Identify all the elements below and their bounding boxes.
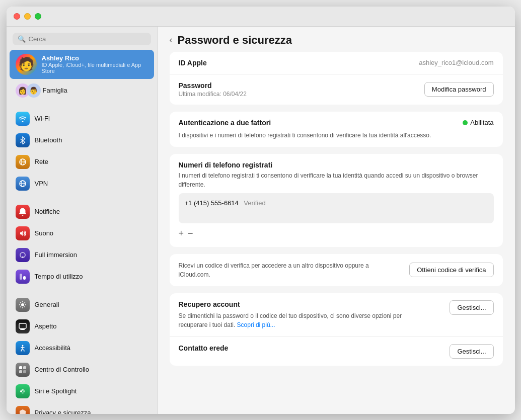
password-row-left: Password Ultima modifica: 06/04/22 xyxy=(179,81,247,98)
siri-icon xyxy=(16,384,30,398)
ottieni-codice-button[interactable]: Ottieni codice di verifica xyxy=(409,263,493,277)
sidebar-item-label-aspetto: Aspetto xyxy=(35,322,57,330)
verify-description: Ricevi un codice di verifica per acceder… xyxy=(179,261,370,279)
svg-point-20 xyxy=(22,389,24,391)
sidebar-item-generali[interactable]: Generali xyxy=(10,294,154,315)
sidebar: 🔍 🧑 Ashley Rico ID Apple, iCloud+, file … xyxy=(7,27,158,414)
enabled-badge: Abilitata xyxy=(463,119,493,126)
svg-point-14 xyxy=(22,345,23,346)
search-input[interactable] xyxy=(29,35,146,43)
phone-list-area: +1 (415) 555-6614 Verified xyxy=(179,193,494,223)
back-button[interactable]: ‹ xyxy=(170,35,173,45)
sidebar-item-label-privacy: Privacy e sicurezza xyxy=(35,409,91,414)
contatto-erede-title: Contatto erede xyxy=(179,344,229,352)
recovery-title: Recupero account xyxy=(179,300,430,308)
enabled-dot xyxy=(463,120,468,125)
search-bar[interactable]: 🔍 xyxy=(13,33,151,45)
user-text: Ashley Rico ID Apple, iCloud+, file mult… xyxy=(42,54,148,74)
main-window: 🔍 🧑 Ashley Rico ID Apple, iCloud+, file … xyxy=(7,7,515,414)
bluetooth-icon xyxy=(16,133,30,147)
remove-phone-button[interactable]: − xyxy=(188,227,197,240)
sidebar-item-bluetooth[interactable]: Bluetooth xyxy=(10,130,154,151)
centrocontrollo-icon xyxy=(16,363,30,377)
sidebar-group-system: Generali Aspetto xyxy=(7,294,157,414)
sidebar-item-aspetto[interactable]: Aspetto xyxy=(10,316,154,337)
search-icon: 🔍 xyxy=(18,35,26,43)
phone-card-description: I numeri di telefono registrati ti conse… xyxy=(179,171,494,189)
gestisci-contatto-button[interactable]: Gestisci... xyxy=(450,344,493,359)
sidebar-item-rete[interactable]: Rete xyxy=(10,151,154,173)
sidebar-item-accessibilita[interactable]: Accessibilità xyxy=(10,338,154,359)
time-icon xyxy=(16,270,30,284)
sidebar-item-label-famiglia: Famiglia xyxy=(43,87,67,94)
sidebar-group-network: Wi-Fi Bluetooth xyxy=(7,108,157,195)
svg-point-22 xyxy=(22,392,24,394)
recovery-row-left: Recupero account Se dimentichi la passwo… xyxy=(179,300,430,329)
recovery-row: Recupero account Se dimentichi la passwo… xyxy=(170,293,503,337)
sidebar-item-label-tempoutilizzo: Tempo di utilizzo xyxy=(35,273,83,280)
sidebar-item-label-vpn: VPN xyxy=(35,180,48,187)
back-chevron-icon: ‹ xyxy=(170,35,173,45)
phone-numbers-card: Numeri di telefono registrati I numeri d… xyxy=(170,154,503,247)
famiglia-avatar-2: 👨 xyxy=(27,83,41,98)
accessibilita-icon xyxy=(16,341,30,355)
minimize-button[interactable] xyxy=(24,13,31,20)
maximize-button[interactable] xyxy=(35,13,41,20)
sidebar-item-centrocontrollo[interactable]: Centro di Controllo xyxy=(10,359,154,380)
generali-icon xyxy=(16,298,30,312)
apple-id-label: ID Apple xyxy=(179,59,207,67)
vpn-icon xyxy=(16,177,30,191)
sidebar-item-siri[interactable]: Siri e Spotlight xyxy=(10,381,154,402)
recovery-description: Se dimentichi la password o il codice de… xyxy=(179,311,430,329)
sidebar-item-fullimmersion[interactable]: Full immersion xyxy=(10,244,154,266)
sidebar-item-label-generali: Generali xyxy=(35,301,59,308)
phone-card-header: Numeri di telefono registrati I numeri d… xyxy=(170,154,503,193)
twofactor-card: Autenticazione a due fattori Abilitata I… xyxy=(170,112,503,147)
sidebar-item-vpn[interactable]: VPN xyxy=(10,173,154,194)
phone-number: +1 (415) 555-6614 xyxy=(185,199,239,207)
phone-actions: + − xyxy=(170,223,503,247)
sidebar-item-label-suono: Suono xyxy=(35,229,54,237)
sidebar-item-suono[interactable]: Suono xyxy=(10,223,154,244)
sidebar-item-label-centrocontrollo: Centro di Controllo xyxy=(35,366,89,373)
svg-rect-18 xyxy=(23,370,26,373)
add-phone-button[interactable]: + xyxy=(179,227,188,240)
wifi-icon xyxy=(16,112,30,126)
titlebar xyxy=(7,7,515,27)
suono-icon xyxy=(16,226,30,240)
sidebar-item-privacy[interactable]: Privacy e sicurezza xyxy=(10,402,154,414)
svg-line-1 xyxy=(20,140,22,142)
content-header: ‹ Password e sicurezza xyxy=(158,27,515,52)
apple-id-password-card: ID Apple ashley_rico1@icloud.com Passwor… xyxy=(170,52,503,105)
main-content: 🔍 🧑 Ashley Rico ID Apple, iCloud+, file … xyxy=(7,27,515,414)
svg-point-19 xyxy=(20,390,22,392)
sidebar-group-notifications: Notifiche Suono xyxy=(7,201,157,288)
close-button[interactable] xyxy=(14,13,20,20)
aspetto-icon xyxy=(16,319,30,333)
twofactor-description: I dispositivi e i numeri di telefono reg… xyxy=(179,131,494,140)
sidebar-item-label-wifi: Wi-Fi xyxy=(35,115,50,122)
twofactor-title: Autenticazione a due fattori xyxy=(179,119,271,127)
scopri-di-piu-link[interactable]: Scopri di più... xyxy=(237,321,275,328)
contatto-row-left: Contatto erede xyxy=(179,344,229,354)
gestisci-recovery-button[interactable]: Gestisci... xyxy=(450,300,493,315)
notifiche-icon xyxy=(16,205,30,219)
svg-line-0 xyxy=(20,138,22,140)
sidebar-item-tempoutilizzo[interactable]: Tempo di utilizzo xyxy=(10,266,154,287)
focus-icon xyxy=(16,248,30,262)
sidebar-item-label-fullimmersion: Full immersion xyxy=(35,251,78,259)
twofactor-top: Autenticazione a due fattori Abilitata xyxy=(179,119,494,127)
svg-rect-16 xyxy=(23,366,26,369)
modifica-password-button[interactable]: Modifica password xyxy=(424,82,494,97)
verify-code-card: Ricevi un codice di verifica per acceder… xyxy=(170,254,503,286)
sidebar-item-famiglia[interactable]: 👩 👨 Famiglia xyxy=(10,80,154,101)
svg-rect-11 xyxy=(19,323,26,328)
content-area: ‹ Password e sicurezza ID Apple ashley_r… xyxy=(158,27,515,414)
sidebar-item-notifiche[interactable]: Notifiche xyxy=(10,201,154,222)
sidebar-item-wifi[interactable]: Wi-Fi xyxy=(10,108,154,129)
sidebar-item-label-accessibilita: Accessibilità xyxy=(35,344,71,352)
contatto-erede-row: Contatto erede Gestisci... xyxy=(170,337,503,366)
avatar: 🧑 xyxy=(16,54,37,75)
sidebar-item-user[interactable]: 🧑 Ashley Rico ID Apple, iCloud+, file mu… xyxy=(10,50,154,79)
content-scroll: ID Apple ashley_rico1@icloud.com Passwor… xyxy=(158,52,515,378)
